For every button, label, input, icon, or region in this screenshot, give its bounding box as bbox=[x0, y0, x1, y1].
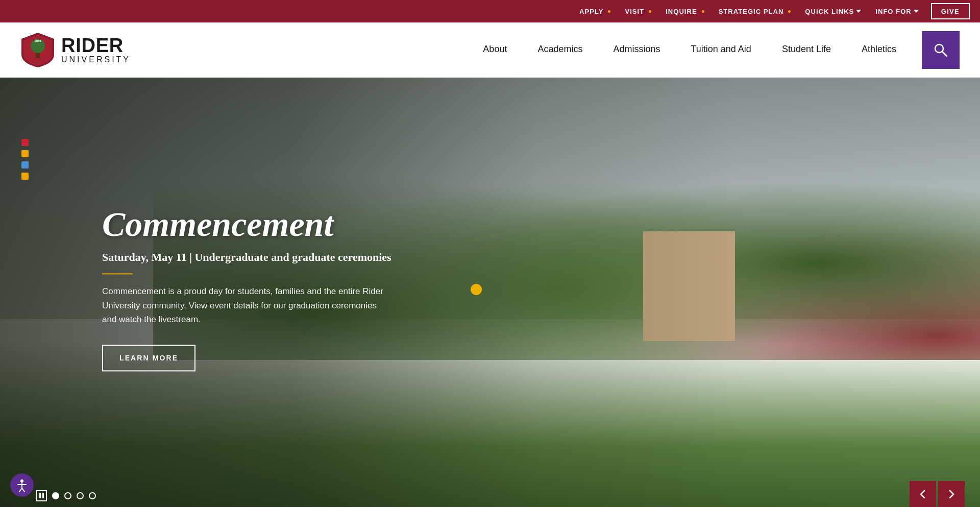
apply-label: APPLY bbox=[579, 8, 603, 15]
nav-admissions[interactable]: Admissions bbox=[598, 22, 675, 77]
nav-about[interactable]: About bbox=[468, 22, 522, 77]
svg-text:1865: 1865 bbox=[34, 39, 41, 42]
next-slide-button[interactable] bbox=[938, 481, 965, 507]
hero-divider bbox=[102, 274, 133, 275]
color-block-blue bbox=[21, 161, 29, 168]
utility-info-for[interactable]: INFO FOR bbox=[868, 0, 925, 22]
hero-gold-accent bbox=[471, 284, 482, 295]
search-icon bbox=[934, 43, 948, 57]
visit-dot bbox=[649, 10, 651, 13]
hero-content: Commencement Saturday, May 11 | Undergra… bbox=[102, 206, 391, 371]
main-nav: 1865 RIDER UNIVERSITY About Academics Ad… bbox=[0, 22, 980, 78]
utility-quick-links[interactable]: QUICK LINKS bbox=[798, 0, 868, 22]
color-block-gold bbox=[21, 150, 29, 157]
quick-links-label: QUICK LINKS bbox=[805, 8, 854, 15]
slide-nav-arrows bbox=[910, 481, 965, 507]
slide-dot-3[interactable] bbox=[77, 492, 84, 499]
hero-section: Commencement Saturday, May 11 | Undergra… bbox=[0, 78, 980, 507]
svg-line-4 bbox=[942, 52, 947, 56]
hero-title: Commencement bbox=[102, 206, 391, 243]
info-for-label: INFO FOR bbox=[875, 8, 911, 15]
search-button[interactable] bbox=[922, 31, 960, 69]
nav-links: About Academics Admissions Tuition and A… bbox=[468, 22, 912, 77]
visit-label: VISIT bbox=[625, 8, 644, 15]
utility-bar: APPLY VISIT INQUIRE STRATEGIC PLAN QUICK… bbox=[0, 0, 980, 22]
utility-links: APPLY VISIT INQUIRE STRATEGIC PLAN QUICK… bbox=[10, 0, 970, 22]
give-button[interactable]: GIVE bbox=[931, 3, 970, 19]
nav-student-life[interactable]: Student Life bbox=[767, 22, 846, 77]
hero-learn-more-button[interactable]: LEARN MORE bbox=[102, 345, 195, 371]
prev-slide-button[interactable] bbox=[910, 481, 936, 507]
pause-icon bbox=[39, 493, 44, 498]
nav-tuition[interactable]: Tuition and Aid bbox=[675, 22, 766, 77]
strategic-plan-dot bbox=[788, 10, 791, 13]
pause-bar-left bbox=[39, 493, 41, 498]
arrow-left-icon bbox=[917, 489, 928, 500]
logo-rider-text: RIDER bbox=[61, 36, 131, 55]
strategic-plan-label: STRATEGIC PLAN bbox=[719, 8, 784, 15]
pause-bar-right bbox=[42, 493, 44, 498]
utility-apply[interactable]: APPLY bbox=[572, 0, 618, 22]
hero-subtitle: Saturday, May 11 | Undergraduate and gra… bbox=[102, 251, 391, 264]
slide-dot-2[interactable] bbox=[64, 492, 71, 499]
color-block-red bbox=[21, 139, 29, 146]
logo-text: RIDER UNIVERSITY bbox=[61, 36, 131, 64]
inquire-dot bbox=[702, 10, 704, 13]
utility-inquire[interactable]: INQUIRE bbox=[658, 0, 711, 22]
info-for-chevron-icon bbox=[914, 10, 919, 13]
slide-indicators bbox=[36, 490, 96, 501]
quick-links-chevron-icon bbox=[856, 10, 861, 13]
color-block-gold2 bbox=[21, 173, 29, 180]
nav-athletics[interactable]: Athletics bbox=[846, 22, 912, 77]
utility-visit[interactable]: VISIT bbox=[618, 0, 658, 22]
hero-body: Commencement is a proud day for students… bbox=[102, 285, 388, 327]
rider-shield-icon: 1865 bbox=[20, 32, 55, 68]
accessibility-button[interactable] bbox=[10, 473, 34, 497]
nav-academics[interactable]: Academics bbox=[522, 22, 598, 77]
slide-dot-4[interactable] bbox=[89, 492, 96, 499]
color-accent-bar bbox=[21, 139, 29, 180]
logo-link[interactable]: 1865 RIDER UNIVERSITY bbox=[20, 32, 131, 68]
inquire-label: INQUIRE bbox=[666, 8, 697, 15]
pause-button[interactable] bbox=[36, 490, 47, 501]
slide-dot-1[interactable] bbox=[52, 492, 59, 499]
apply-dot bbox=[608, 10, 610, 13]
arrow-right-icon bbox=[946, 489, 957, 500]
svg-line-9 bbox=[22, 488, 24, 492]
svg-line-8 bbox=[19, 488, 22, 492]
utility-strategic-plan[interactable]: STRATEGIC PLAN bbox=[712, 0, 798, 22]
accessibility-icon bbox=[15, 478, 29, 492]
logo-university-text: UNIVERSITY bbox=[61, 55, 131, 64]
